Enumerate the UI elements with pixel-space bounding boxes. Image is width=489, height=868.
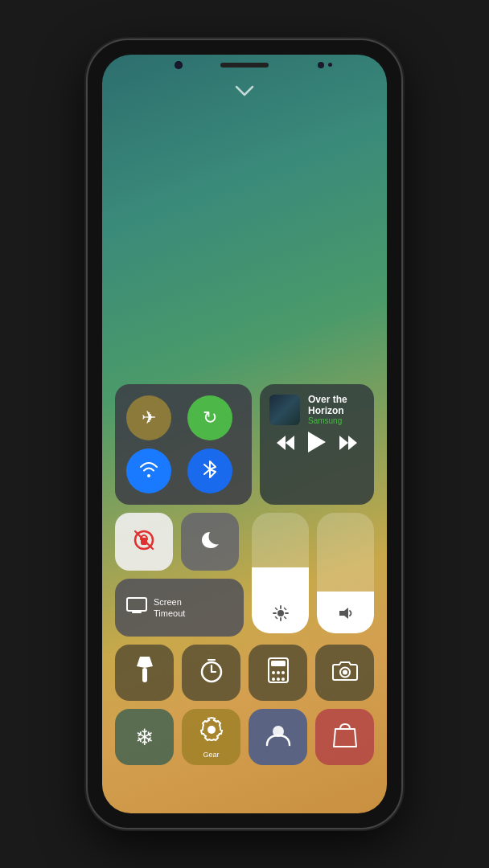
phone-screen: ✈ ↻	[102, 55, 387, 813]
night-mode-button[interactable]	[181, 513, 239, 571]
quick-toggles: ScreenTimeout	[115, 513, 244, 637]
utility-row	[115, 645, 374, 701]
bluetooth-icon	[201, 458, 219, 485]
rotation-lock-button[interactable]: ↻	[187, 395, 232, 440]
shop-app-button[interactable]	[315, 709, 374, 765]
svg-marker-0	[286, 436, 294, 450]
svg-rect-21	[142, 668, 147, 682]
mid-section: ScreenTimeout	[115, 513, 374, 637]
svg-marker-4	[348, 436, 357, 450]
camera-icon	[331, 659, 359, 687]
timer-icon	[199, 657, 224, 689]
lock-rotation-button[interactable]	[115, 513, 173, 571]
control-center: ✈ ↻	[115, 384, 374, 765]
contacts-icon	[265, 721, 292, 754]
media-info: Over the Horizon Samsung	[308, 394, 364, 425]
svg-marker-2	[308, 432, 326, 452]
svg-point-35	[343, 669, 347, 674]
media-title: Over the Horizon	[308, 394, 364, 416]
svg-point-30	[281, 671, 285, 674]
svg-point-33	[281, 678, 285, 681]
moon-icon	[199, 529, 221, 555]
gear-app-button[interactable]: Gear	[182, 709, 240, 765]
top-bar	[102, 55, 387, 79]
svg-point-10	[277, 610, 284, 616]
bixby-app-button[interactable]: ❄	[115, 709, 174, 765]
svg-point-29	[277, 671, 280, 674]
media-play-button[interactable]	[308, 432, 326, 457]
volume-slider[interactable]	[317, 513, 374, 633]
calculator-button[interactable]	[249, 645, 307, 701]
flashlight-icon	[134, 657, 156, 690]
speaker	[220, 63, 269, 68]
rotation-icon: ↻	[203, 407, 217, 428]
screen-timeout-label: ScreenTimeout	[154, 596, 185, 620]
snowflake-icon: ❄	[135, 724, 154, 751]
media-player-panel: Over the Horizon Samsung	[260, 384, 374, 505]
volume-icon	[338, 605, 354, 624]
brightness-icon	[273, 605, 289, 624]
lock-rotation-icon	[131, 527, 157, 556]
svg-rect-27	[271, 661, 286, 666]
top-row: ✈ ↻	[115, 384, 374, 505]
svg-marker-1	[277, 436, 286, 450]
wifi-icon	[138, 458, 160, 485]
svg-rect-7	[127, 598, 146, 611]
screen-timeout-button[interactable]: ScreenTimeout	[115, 579, 244, 637]
media-prev-button[interactable]	[277, 436, 294, 454]
svg-line-15	[275, 608, 277, 610]
album-art	[269, 395, 300, 425]
media-artist: Samsung	[308, 416, 364, 425]
svg-line-18	[275, 617, 277, 619]
media-info-row: Over the Horizon Samsung	[269, 394, 364, 425]
bluetooth-button[interactable]	[187, 448, 232, 493]
svg-marker-3	[339, 436, 348, 450]
chevron-down-icon[interactable]	[235, 85, 254, 99]
connectivity-panel: ✈ ↻	[115, 384, 252, 505]
svg-point-31	[272, 678, 275, 681]
screen-timeout-icon	[126, 597, 147, 618]
media-controls	[269, 432, 364, 457]
svg-line-17	[284, 608, 286, 610]
iris-scanner	[318, 62, 324, 68]
phone-frame: ✈ ↻	[88, 40, 401, 828]
svg-point-32	[277, 678, 280, 681]
airplane-icon: ✈	[142, 407, 156, 428]
wifi-button[interactable]	[126, 448, 171, 493]
airplane-mode-button[interactable]: ✈	[126, 395, 171, 440]
brightness-slider[interactable]	[252, 513, 309, 633]
timer-button[interactable]	[182, 645, 240, 701]
toggle-row-1	[115, 513, 244, 571]
flashlight-button[interactable]	[115, 645, 174, 701]
media-next-button[interactable]	[339, 436, 357, 454]
svg-marker-19	[339, 608, 348, 619]
app-row: ❄ Gear	[115, 709, 374, 765]
sensor-dot	[328, 63, 332, 67]
svg-line-16	[284, 617, 286, 619]
svg-point-28	[272, 671, 275, 674]
sliders-area	[252, 513, 374, 637]
gear-icon	[198, 716, 225, 749]
shop-icon	[332, 721, 358, 754]
camera-button[interactable]	[315, 645, 374, 701]
gear-app-label: Gear	[203, 751, 219, 759]
svg-marker-20	[137, 657, 153, 668]
front-camera	[175, 61, 183, 69]
contacts-app-button[interactable]	[249, 709, 307, 765]
calculator-icon	[267, 657, 290, 690]
